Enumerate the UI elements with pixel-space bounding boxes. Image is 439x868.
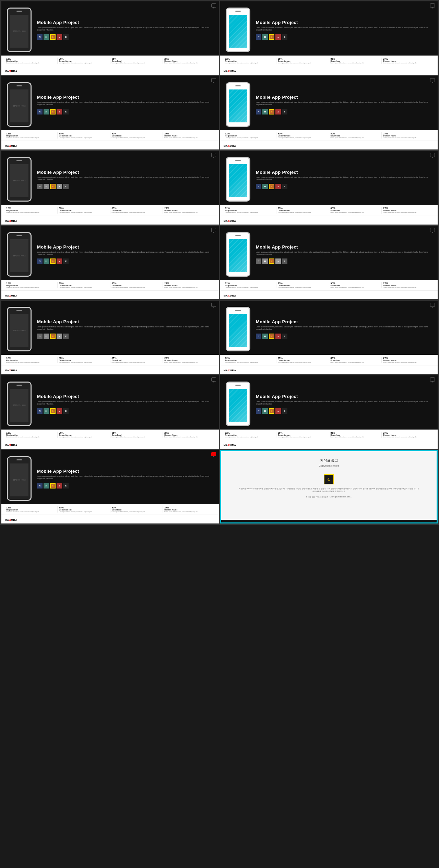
slide-7[interactable]: 8BAC#Y9-HAG3 Mobile App Project Lorem ip… [1, 226, 219, 299]
slide-3[interactable]: 8BAC#Y9-HAG3 Mobile App Project Lorem ip… [1, 76, 219, 149]
brand-name: MAXURA [224, 369, 236, 372]
stat-percent: 12% [225, 132, 275, 135]
slide-content: Mobile App Project Lorem ipsum dolor sit… [254, 170, 432, 190]
stat-item: 12% Registration Lorem ipsum dolor sit a… [224, 432, 276, 438]
slide-6[interactable]: Mobile App Project Lorem ipsum dolor sit… [220, 151, 438, 224]
slide-main: Mobile App Project Lorem ipsum dolor sit… [220, 1, 438, 56]
color-box-0: S [37, 334, 43, 339]
slide-desc: Lorem ipsum dolor sit amet, consectetur … [37, 27, 212, 32]
slide-11[interactable]: 8BAC#Y9-HAG3 Mobile App Project Lorem ip… [1, 375, 219, 449]
comment-icon[interactable] [211, 377, 216, 382]
color-box-2: h [269, 184, 274, 189]
stat-item: 85% Download Lorem ipsum dolor sit amet,… [110, 432, 163, 438]
stat-percent: 85% [112, 58, 162, 60]
slide-footer: 12% Registration Lorem ipsum dolor sit a… [1, 280, 219, 290]
stat-desc: Lorem ipsum dolor sit amet, consectetur … [278, 287, 328, 288]
color-box-3: a [57, 483, 62, 489]
color-box-2: h [50, 109, 56, 114]
slide-8[interactable]: Mobile App Project Lorem ipsum dolor sit… [220, 226, 438, 299]
slide-12[interactable]: Mobile App Project Lorem ipsum dolor sit… [220, 375, 438, 449]
slide-footer: 12% Registration Lorem ipsum dolor sit a… [220, 130, 438, 141]
brand-name: MAXURA [224, 444, 236, 446]
comment-icon[interactable] [430, 153, 435, 157]
stat-percent: 85% [112, 282, 162, 285]
slide-9[interactable]: 8BAC#Y9-HAG3 Mobile App Project Lorem ip… [1, 301, 219, 374]
stat-desc: Lorem ipsum dolor sit amet, consectetur … [164, 137, 214, 138]
stat-desc: Lorem ipsum dolor sit amet, consectetur … [112, 436, 162, 438]
comment-icon[interactable] [211, 303, 216, 307]
stat-desc: Lorem ipsum dolor sit amet, consectetur … [383, 212, 433, 213]
stat-item: 35% Commitment Lorem ipsum dolor sit ame… [58, 282, 110, 288]
brand-name: MAXURA [5, 294, 17, 297]
color-boxes: NHhaE [37, 109, 212, 114]
color-box-0: N [37, 109, 43, 114]
stat-desc: Lorem ipsum dolor sit amet, consectetur … [6, 212, 56, 213]
stat-percent: 35% [59, 357, 109, 359]
slide-5[interactable]: 8BAC#Y9-HAG3 Mobile App Project Lorem ip… [1, 151, 219, 224]
color-box-3: a [275, 34, 281, 40]
phone-screen [229, 314, 247, 347]
copyright-slide: 저작권 공고 Copyright Notice C 이 문서는 Madura 프… [220, 450, 438, 523]
stat-percent: 27% [164, 357, 214, 359]
stat-item: 27% Doman Name Lorem ipsum dolor sit ame… [163, 357, 215, 363]
color-box-1: H [44, 334, 49, 339]
stat-item: 35% Commitment Lorem ipsum dolor sit ame… [58, 357, 110, 363]
comment-icon[interactable] [211, 78, 216, 82]
stat-desc: Lorem ipsum dolor sit amet, consectetur … [59, 137, 109, 138]
stat-desc: Lorem ipsum dolor sit amet, consectetur … [112, 361, 162, 363]
stat-percent: 27% [383, 58, 433, 60]
slide-inner: 8BAC#Y9-HAG3 Mobile App Project Lorem ip… [1, 76, 219, 149]
stat-item: 27% Doman Name Lorem ipsum dolor sit ame… [163, 207, 215, 213]
slide-1[interactable]: 8BAC#Y9-HAG3 Mobile App Project Lorem ip… [1, 1, 219, 75]
comment-icon[interactable] [430, 228, 435, 232]
color-box-1: H [44, 408, 49, 414]
slide-13[interactable]: 8BAC#Y9-HAG3 Mobile App Project Lorem ip… [1, 450, 219, 523]
color-box-3: a [275, 408, 281, 414]
stat-item: 85% Download Lorem ipsum dolor sit amet,… [329, 432, 382, 438]
slide-inner: 8BAC#Y9-HAG3 Mobile App Project Lorem ip… [1, 450, 219, 523]
color-box-0: N [256, 109, 261, 114]
comment-icon[interactable] [211, 228, 216, 232]
comment-icon[interactable] [430, 78, 435, 82]
slide-title: Mobile App Project [37, 394, 212, 399]
slide-footer: 12% Registration Lorem ipsum dolor sit a… [220, 355, 438, 365]
slide-10[interactable]: Mobile App Project Lorem ipsum dolor sit… [220, 301, 438, 374]
slide-desc: Lorem ipsum dolor sit amet, consectetur … [37, 251, 212, 256]
comment-icon[interactable] [430, 303, 435, 307]
slide-footer: 12% Registration Lorem ipsum dolor sit a… [220, 205, 438, 215]
slide-4[interactable]: Mobile App Project Lorem ipsum dolor sit… [220, 76, 438, 149]
stat-item: 35% Commitment Lorem ipsum dolor sit ame… [276, 432, 329, 438]
comment-icon[interactable] [430, 377, 435, 382]
slide-inner: Mobile App Project Lorem ipsum dolor sit… [220, 301, 438, 374]
stat-desc: Lorem ipsum dolor sit amet, consectetur … [6, 287, 56, 288]
stat-percent: 35% [59, 58, 109, 60]
slide-brand: MAXURA [1, 365, 219, 374]
slide-content: Mobile App Project Lorem ipsum dolor sit… [36, 394, 213, 414]
color-box-4: E [282, 258, 287, 264]
stat-item: 35% Commitmant Lorem ipsum dolor sit ame… [276, 357, 329, 363]
stat-percent: 12% [6, 132, 56, 135]
comment-icon[interactable] [211, 3, 216, 8]
slide-desc: Lorem ipsum dolor sit amet, consectetur … [37, 101, 212, 106]
color-box-1: H [262, 334, 268, 339]
slide-brand: MAXURA [220, 141, 438, 149]
color-box-2: h [50, 184, 56, 189]
stat-desc: Lorem ipsum dolor sit amet, consectetur … [164, 436, 214, 438]
stat-desc: Lorem ipsum dolor sit amet, consectetur … [164, 62, 214, 64]
stat-desc: Lorem ipsum dolor sit amet, consectetur … [164, 511, 214, 513]
slide-footer: 12% Registration Lorem ipsum dolor sit a… [220, 280, 438, 290]
slide-main: 8BAC#Y9-HAG3 Mobile App Project Lorem ip… [1, 450, 219, 504]
slide-brand: MAXURA [1, 216, 219, 225]
slide-inner: 8BAC#Y9-HAG3 Mobile App Project Lorem ip… [1, 226, 219, 299]
screen-text: 8BAC#Y9-HAG3 [13, 404, 25, 406]
color-box-1: H [44, 184, 49, 189]
slide-2[interactable]: Mobile App Project Lorem ipsum dolor sit… [220, 1, 438, 75]
slide-desc: Lorem ipsum dolor sit amet, consectetur … [256, 401, 431, 406]
comment-icon[interactable] [430, 3, 435, 8]
color-box-1: H [44, 34, 49, 40]
color-box-1: H [44, 109, 49, 114]
comment-icon[interactable] [211, 452, 216, 456]
phone-mockup: 8BAC#Y9-HAG3 [7, 232, 32, 277]
comment-icon[interactable] [211, 153, 216, 157]
phone-mockup: 8BAC#Y9-HAG3 [7, 456, 32, 501]
